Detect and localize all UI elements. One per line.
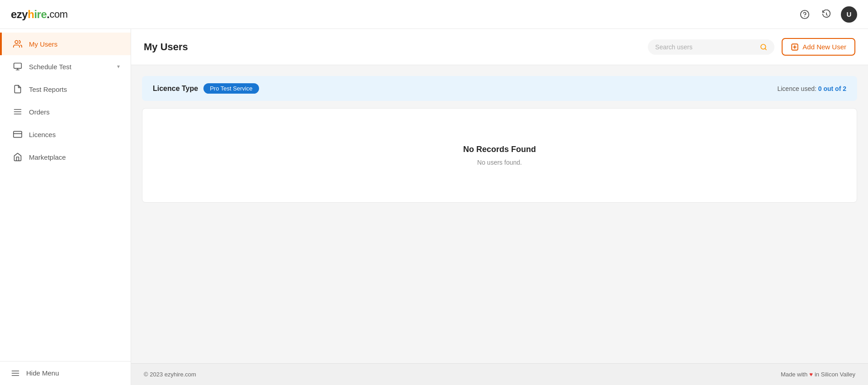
empty-state-card: No Records Found No users found. bbox=[142, 108, 857, 203]
logo-ezy: ezy bbox=[11, 8, 28, 21]
help-icon[interactable] bbox=[797, 7, 812, 22]
sidebar-item-schedule-test-label: Schedule Test bbox=[29, 63, 111, 71]
search-box bbox=[648, 39, 774, 55]
licence-used-value: 0 out of 2 bbox=[818, 85, 846, 92]
history-icon[interactable] bbox=[819, 7, 834, 22]
svg-point-2 bbox=[15, 41, 18, 44]
sidebar-bottom: Hide Menu bbox=[0, 361, 131, 385]
sidebar-item-orders[interactable]: Orders bbox=[0, 100, 131, 123]
footer: © 2023 ezyhire.com Made with ♥ in Silico… bbox=[131, 363, 868, 385]
content-body: Licence Type Pro Test Service Licence us… bbox=[131, 65, 868, 363]
search-input[interactable] bbox=[655, 43, 756, 51]
sidebar-item-my-users[interactable]: My Users bbox=[0, 33, 131, 55]
header-actions: U bbox=[797, 6, 857, 23]
licences-icon bbox=[13, 129, 23, 139]
licence-banner: Licence Type Pro Test Service Licence us… bbox=[142, 76, 857, 101]
footer-right: Made with ♥ in Silicon Valley bbox=[781, 371, 855, 378]
svg-rect-9 bbox=[14, 131, 22, 137]
sidebar-item-marketplace[interactable]: Marketplace bbox=[0, 146, 131, 168]
logo: ezyhire.com bbox=[11, 8, 67, 21]
footer-made-with: Made with bbox=[781, 371, 807, 378]
page-title: My Users bbox=[144, 41, 188, 53]
hide-menu-label: Hide Menu bbox=[26, 369, 59, 377]
add-icon bbox=[791, 43, 799, 51]
sidebar-item-licences-label: Licences bbox=[29, 131, 120, 138]
avatar[interactable]: U bbox=[841, 6, 857, 23]
svg-rect-3 bbox=[14, 63, 22, 69]
sidebar-item-marketplace-label: Marketplace bbox=[29, 153, 120, 161]
content-header: My Users bbox=[131, 29, 868, 65]
schedule-test-icon bbox=[13, 62, 23, 71]
licence-used-label: Licence used: bbox=[777, 85, 816, 92]
logo-com: com bbox=[49, 9, 67, 20]
content-area: My Users bbox=[131, 29, 868, 385]
add-new-user-label: Add New User bbox=[802, 43, 846, 51]
licence-type-label: Licence Type bbox=[153, 85, 198, 93]
logo-h: h bbox=[28, 8, 34, 21]
licence-used: Licence used: 0 out of 2 bbox=[777, 85, 846, 92]
add-new-user-button[interactable]: Add New User bbox=[782, 38, 855, 56]
search-icon bbox=[760, 43, 767, 51]
sidebar-item-schedule-test[interactable]: Schedule Test ▾ bbox=[0, 55, 131, 78]
orders-icon bbox=[13, 107, 23, 117]
hide-menu-icon bbox=[11, 369, 20, 378]
sidebar: My Users Schedule Test ▾ bbox=[0, 29, 131, 385]
sidebar-item-licences[interactable]: Licences bbox=[0, 123, 131, 146]
sidebar-nav: My Users Schedule Test ▾ bbox=[0, 29, 131, 172]
licence-left: Licence Type Pro Test Service bbox=[153, 83, 259, 94]
heart-icon: ♥ bbox=[809, 371, 813, 378]
footer-copyright: © 2023 ezyhire.com bbox=[144, 371, 196, 378]
marketplace-icon bbox=[13, 152, 23, 162]
hide-menu-button[interactable]: Hide Menu bbox=[11, 369, 120, 378]
chevron-down-icon: ▾ bbox=[117, 63, 120, 70]
sidebar-item-test-reports[interactable]: Test Reports bbox=[0, 78, 131, 100]
content-header-actions: Add New User bbox=[648, 38, 855, 56]
licence-badge: Pro Test Service bbox=[203, 83, 259, 94]
sidebar-item-test-reports-label: Test Reports bbox=[29, 86, 120, 93]
logo-ire: ire bbox=[34, 8, 47, 21]
main-layout: My Users Schedule Test ▾ bbox=[0, 29, 868, 385]
users-icon bbox=[13, 39, 23, 49]
header: ezyhire.com U bbox=[0, 0, 868, 29]
empty-state-subtitle: No users found. bbox=[477, 159, 522, 166]
empty-state-title: No Records Found bbox=[463, 145, 536, 154]
svg-line-15 bbox=[765, 48, 766, 50]
sidebar-item-my-users-label: My Users bbox=[29, 40, 120, 48]
sidebar-item-orders-label: Orders bbox=[29, 108, 120, 116]
footer-in-silicon-valley: in Silicon Valley bbox=[815, 371, 855, 378]
test-reports-icon bbox=[13, 84, 23, 94]
